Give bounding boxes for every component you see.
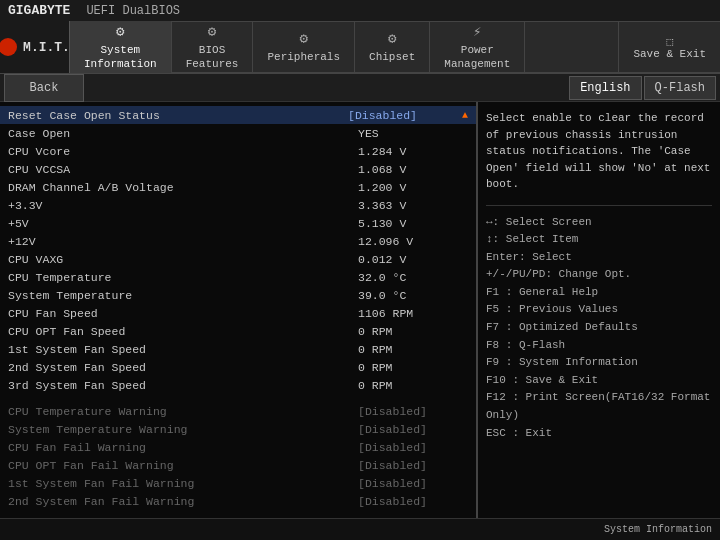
table-row[interactable]: DRAM Channel A/B Voltage1.200 V <box>0 178 476 196</box>
uefi-label: UEFI DualBIOS <box>86 4 180 18</box>
language-button[interactable]: English <box>569 76 641 100</box>
row-label: Case Open <box>8 127 358 140</box>
row-label: +12V <box>8 235 358 248</box>
qflash-button[interactable]: Q-Flash <box>644 76 716 100</box>
bottom-system-info: System Information <box>604 524 712 535</box>
shortcut-row: F10 : Save & Exit <box>486 372 712 390</box>
row-value: [Disabled] <box>348 109 458 122</box>
row-value: 1.284 V <box>358 145 468 158</box>
row-label: CPU Fan Fail Warning <box>8 441 358 454</box>
table-row[interactable]: CPU Fan Fail Warning[Disabled] <box>0 438 476 456</box>
row-value: [Disabled] <box>358 441 468 454</box>
shortcut-row: F12 : Print Screen(FAT16/32 Format Only) <box>486 389 712 424</box>
bios-features-icon: ⚙ <box>208 23 216 41</box>
shortcut-row: F5 : Previous Values <box>486 301 712 319</box>
table-row[interactable]: CPU VAXG0.012 V <box>0 250 476 268</box>
table-row[interactable]: CPU VCCSA1.068 V <box>0 160 476 178</box>
table-row[interactable]: +12V12.096 V <box>0 232 476 250</box>
table-row[interactable]: System Temperature Warning[Disabled] <box>0 420 476 438</box>
nav-bar: M.I.T. ⚙ SystemInformation ⚙ BIOSFeature… <box>0 22 720 74</box>
row-label: DRAM Channel A/B Voltage <box>8 181 358 194</box>
peripherals-icon: ⚙ <box>300 30 308 48</box>
row-label: CPU OPT Fan Fail Warning <box>8 459 358 472</box>
save-exit-label: Save & Exit <box>633 48 706 60</box>
row-value: [Disabled] <box>358 423 468 436</box>
nav-peripherals[interactable]: ⚙ Peripherals <box>253 21 355 73</box>
shortcut-row: F7 : Optimized Defaults <box>486 319 712 337</box>
row-value: 32.0 °C <box>358 271 468 284</box>
nav-bios-label: BIOSFeatures <box>186 43 239 72</box>
nav-system-information[interactable]: ⚙ SystemInformation <box>70 21 172 73</box>
row-label: +5V <box>8 217 358 230</box>
scroll-arrow-icon: ▲ <box>462 110 468 121</box>
shortcut-row: ↕: Select Item <box>486 231 712 249</box>
power-icon: ⚡ <box>473 23 481 41</box>
row-label: Reset Case Open Status <box>8 109 348 122</box>
nav-bios-features[interactable]: ⚙ BIOSFeatures <box>172 21 254 73</box>
table-row[interactable]: Reset Case Open Status[Disabled]▲ <box>0 106 476 124</box>
row-label: 2nd System Fan Speed <box>8 361 358 374</box>
table-row[interactable]: 2nd System Fan Fail Warning[Disabled] <box>0 492 476 510</box>
shortcut-row: Enter: Select <box>486 249 712 267</box>
row-value: [Disabled] <box>358 405 468 418</box>
table-row[interactable]: CPU OPT Fan Speed0 RPM <box>0 322 476 340</box>
top-bar: GIGABYTE UEFI DualBIOS <box>0 0 720 22</box>
help-divider <box>486 205 712 206</box>
left-panel: Reset Case Open Status[Disabled]▲Case Op… <box>0 102 478 518</box>
system-info-icon: ⚙ <box>116 23 124 41</box>
nav-chipset-label: Chipset <box>369 50 415 64</box>
right-panel: Select enable to clear the record of pre… <box>478 102 720 518</box>
row-value: 0.012 V <box>358 253 468 266</box>
table-row[interactable]: CPU Fan Speed1106 RPM <box>0 304 476 322</box>
row-value: 0 RPM <box>358 325 468 338</box>
table-row[interactable]: 1st System Fan Fail Warning[Disabled] <box>0 474 476 492</box>
table-row[interactable]: +3.3V3.363 V <box>0 196 476 214</box>
row-label: CPU Fan Speed <box>8 307 358 320</box>
nav-items: ⚙ SystemInformation ⚙ BIOSFeatures ⚙ Per… <box>70 21 618 73</box>
row-value: YES <box>358 127 468 140</box>
row-value: [Disabled] <box>358 459 468 472</box>
qflash-label: Q-Flash <box>655 81 705 95</box>
table-row[interactable]: CPU OPT Fan Fail Warning[Disabled] <box>0 456 476 474</box>
table-row[interactable]: CPU Temperature32.0 °C <box>0 268 476 286</box>
shortcut-section: ↔: Select Screen↕: Select ItemEnter: Sel… <box>486 214 712 443</box>
row-value: 3.363 V <box>358 199 468 212</box>
back-button[interactable]: Back <box>4 74 84 102</box>
row-label: CPU VAXG <box>8 253 358 266</box>
row-value: 1106 RPM <box>358 307 468 320</box>
shortcut-row: ESC : Exit <box>486 425 712 443</box>
table-row[interactable]: 1st System Fan Speed0 RPM <box>0 340 476 358</box>
row-value: 12.096 V <box>358 235 468 248</box>
row-label: System Temperature Warning <box>8 423 358 436</box>
table-row[interactable]: 3rd System Fan Speed0 RPM <box>0 376 476 394</box>
nav-power-label: PowerManagement <box>444 43 510 72</box>
row-label: 1st System Fan Speed <box>8 343 358 356</box>
row-label: 1st System Fan Fail Warning <box>8 477 358 490</box>
help-text: Select enable to clear the record of pre… <box>486 110 712 193</box>
table-row[interactable]: CPU Temperature Warning[Disabled] <box>0 402 476 420</box>
nav-peripherals-label: Peripherals <box>267 50 340 64</box>
row-value: 1.200 V <box>358 181 468 194</box>
table-row[interactable]: System Temperature39.0 °C <box>0 286 476 304</box>
nav-power-management[interactable]: ⚡ PowerManagement <box>430 21 525 73</box>
row-value: 0 RPM <box>358 379 468 392</box>
shortcut-row: ↔: Select Screen <box>486 214 712 232</box>
table-row[interactable]: 2nd System Fan Speed0 RPM <box>0 358 476 376</box>
row-label: 2nd System Fan Fail Warning <box>8 495 358 508</box>
main-content: Reset Case Open Status[Disabled]▲Case Op… <box>0 102 720 518</box>
table-row[interactable]: CPU Vcore1.284 V <box>0 142 476 160</box>
save-exit-button[interactable]: ⬚ Save & Exit <box>618 21 720 73</box>
shortcut-row: F9 : System Information <box>486 354 712 372</box>
mit-button[interactable]: M.I.T. <box>0 21 70 73</box>
row-label: CPU Vcore <box>8 145 358 158</box>
shortcut-row: F8 : Q-Flash <box>486 337 712 355</box>
back-label: Back <box>30 81 59 95</box>
nav-chipset[interactable]: ⚙ Chipset <box>355 21 430 73</box>
row-value: [Disabled] <box>358 477 468 490</box>
table-row[interactable]: +5V5.130 V <box>0 214 476 232</box>
row-label: CPU Temperature <box>8 271 358 284</box>
row-value: 5.130 V <box>358 217 468 230</box>
row-label: 3rd System Fan Speed <box>8 379 358 392</box>
table-row[interactable]: Case OpenYES <box>0 124 476 142</box>
row-value: 0 RPM <box>358 361 468 374</box>
